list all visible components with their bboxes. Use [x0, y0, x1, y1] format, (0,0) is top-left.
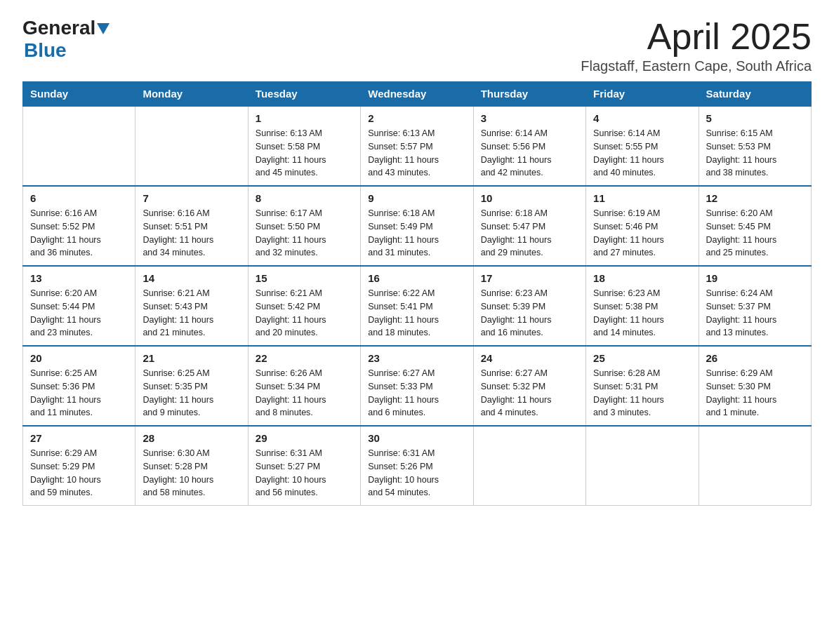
calendar-cell: [473, 426, 585, 506]
day-number: 9: [368, 192, 465, 204]
day-info: Sunrise: 6:25 AM Sunset: 5:36 PM Dayligh…: [30, 367, 128, 420]
day-info: Sunrise: 6:29 AM Sunset: 5:29 PM Dayligh…: [30, 447, 128, 499]
calendar-cell: 4Sunrise: 6:14 AM Sunset: 5:55 PM Daylig…: [586, 106, 699, 186]
calendar-cell: 13Sunrise: 6:20 AM Sunset: 5:44 PM Dayli…: [23, 266, 135, 346]
day-info: Sunrise: 6:18 AM Sunset: 5:49 PM Dayligh…: [368, 207, 465, 260]
day-info: Sunrise: 6:29 AM Sunset: 5:30 PM Dayligh…: [706, 367, 804, 420]
day-info: Sunrise: 6:15 AM Sunset: 5:53 PM Dayligh…: [706, 127, 804, 180]
header: General Blue April 2025 Flagstaff, Easte…: [22, 17, 812, 74]
logo: General Blue: [22, 17, 110, 62]
day-info: Sunrise: 6:20 AM Sunset: 5:44 PM Dayligh…: [30, 287, 128, 340]
day-number: 19: [706, 272, 804, 284]
day-info: Sunrise: 6:23 AM Sunset: 5:39 PM Dayligh…: [481, 287, 578, 340]
day-number: 10: [481, 192, 578, 204]
day-info: Sunrise: 6:24 AM Sunset: 5:37 PM Dayligh…: [706, 287, 804, 340]
col-friday: Friday: [586, 82, 699, 107]
day-info: Sunrise: 6:25 AM Sunset: 5:35 PM Dayligh…: [143, 367, 240, 420]
calendar-cell: 1Sunrise: 6:13 AM Sunset: 5:58 PM Daylig…: [248, 106, 360, 186]
day-info: Sunrise: 6:13 AM Sunset: 5:58 PM Dayligh…: [256, 127, 353, 180]
day-number: 29: [256, 432, 353, 444]
day-info: Sunrise: 6:16 AM Sunset: 5:51 PM Dayligh…: [143, 207, 240, 260]
day-number: 25: [593, 352, 691, 364]
calendar-cell: [699, 426, 811, 506]
calendar-cell: 18Sunrise: 6:23 AM Sunset: 5:38 PM Dayli…: [586, 266, 699, 346]
col-wednesday: Wednesday: [361, 82, 473, 107]
day-number: 4: [593, 112, 691, 124]
day-info: Sunrise: 6:20 AM Sunset: 5:45 PM Dayligh…: [706, 207, 804, 260]
calendar-cell: 20Sunrise: 6:25 AM Sunset: 5:36 PM Dayli…: [23, 346, 135, 426]
calendar-cell: 28Sunrise: 6:30 AM Sunset: 5:28 PM Dayli…: [135, 426, 248, 506]
calendar-cell: 7Sunrise: 6:16 AM Sunset: 5:51 PM Daylig…: [135, 186, 248, 266]
calendar-week-row: 1Sunrise: 6:13 AM Sunset: 5:58 PM Daylig…: [23, 106, 812, 186]
day-number: 15: [256, 272, 353, 284]
calendar-week-row: 27Sunrise: 6:29 AM Sunset: 5:29 PM Dayli…: [23, 426, 812, 506]
calendar-cell: 22Sunrise: 6:26 AM Sunset: 5:34 PM Dayli…: [248, 346, 360, 426]
day-number: 7: [143, 192, 240, 204]
calendar-header-row: Sunday Monday Tuesday Wednesday Thursday…: [23, 82, 812, 107]
day-number: 30: [368, 432, 465, 444]
day-number: 18: [593, 272, 691, 284]
title-block: April 2025 Flagstaff, Eastern Cape, Sout…: [581, 17, 812, 74]
day-number: 13: [30, 272, 128, 284]
day-number: 2: [368, 112, 465, 124]
calendar-cell: 5Sunrise: 6:15 AM Sunset: 5:53 PM Daylig…: [699, 106, 811, 186]
day-number: 3: [481, 112, 578, 124]
day-info: Sunrise: 6:26 AM Sunset: 5:34 PM Dayligh…: [256, 367, 353, 420]
calendar-cell: 9Sunrise: 6:18 AM Sunset: 5:49 PM Daylig…: [361, 186, 473, 266]
day-number: 24: [481, 352, 578, 364]
day-info: Sunrise: 6:22 AM Sunset: 5:41 PM Dayligh…: [368, 287, 465, 340]
day-number: 21: [143, 352, 240, 364]
logo-general-text: General: [22, 17, 95, 39]
day-info: Sunrise: 6:30 AM Sunset: 5:28 PM Dayligh…: [143, 447, 240, 499]
calendar-cell: 25Sunrise: 6:28 AM Sunset: 5:31 PM Dayli…: [586, 346, 699, 426]
day-info: Sunrise: 6:31 AM Sunset: 5:27 PM Dayligh…: [256, 447, 353, 499]
calendar-cell: 3Sunrise: 6:14 AM Sunset: 5:56 PM Daylig…: [473, 106, 585, 186]
logo-triangle-icon: [97, 23, 110, 36]
calendar-cell: 27Sunrise: 6:29 AM Sunset: 5:29 PM Dayli…: [23, 426, 135, 506]
col-saturday: Saturday: [699, 82, 811, 107]
day-number: 11: [593, 192, 691, 204]
calendar-cell: 11Sunrise: 6:19 AM Sunset: 5:46 PM Dayli…: [586, 186, 699, 266]
day-number: 1: [256, 112, 353, 124]
calendar-cell: 16Sunrise: 6:22 AM Sunset: 5:41 PM Dayli…: [361, 266, 473, 346]
col-monday: Monday: [135, 82, 248, 107]
calendar-cell: 23Sunrise: 6:27 AM Sunset: 5:33 PM Dayli…: [361, 346, 473, 426]
day-info: Sunrise: 6:21 AM Sunset: 5:42 PM Dayligh…: [256, 287, 353, 340]
day-info: Sunrise: 6:16 AM Sunset: 5:52 PM Dayligh…: [30, 207, 128, 260]
calendar-cell: 24Sunrise: 6:27 AM Sunset: 5:32 PM Dayli…: [473, 346, 585, 426]
day-info: Sunrise: 6:13 AM Sunset: 5:57 PM Dayligh…: [368, 127, 465, 180]
calendar-cell: 12Sunrise: 6:20 AM Sunset: 5:45 PM Dayli…: [699, 186, 811, 266]
day-number: 20: [30, 352, 128, 364]
day-number: 14: [143, 272, 240, 284]
calendar-cell: 10Sunrise: 6:18 AM Sunset: 5:47 PM Dayli…: [473, 186, 585, 266]
day-info: Sunrise: 6:19 AM Sunset: 5:46 PM Dayligh…: [593, 207, 691, 260]
day-number: 22: [256, 352, 353, 364]
calendar-cell: 6Sunrise: 6:16 AM Sunset: 5:52 PM Daylig…: [23, 186, 135, 266]
col-tuesday: Tuesday: [248, 82, 360, 107]
calendar-cell: 21Sunrise: 6:25 AM Sunset: 5:35 PM Dayli…: [135, 346, 248, 426]
day-number: 8: [256, 192, 353, 204]
calendar-title: April 2025: [581, 17, 812, 57]
calendar-week-row: 13Sunrise: 6:20 AM Sunset: 5:44 PM Dayli…: [23, 266, 812, 346]
day-number: 6: [30, 192, 128, 204]
calendar-cell: [586, 426, 699, 506]
day-info: Sunrise: 6:14 AM Sunset: 5:56 PM Dayligh…: [481, 127, 578, 180]
day-info: Sunrise: 6:27 AM Sunset: 5:33 PM Dayligh…: [368, 367, 465, 420]
calendar-week-row: 20Sunrise: 6:25 AM Sunset: 5:36 PM Dayli…: [23, 346, 812, 426]
day-info: Sunrise: 6:18 AM Sunset: 5:47 PM Dayligh…: [481, 207, 578, 260]
day-number: 16: [368, 272, 465, 284]
day-info: Sunrise: 6:28 AM Sunset: 5:31 PM Dayligh…: [593, 367, 691, 420]
logo-blue-text: Blue: [24, 39, 67, 62]
day-number: 5: [706, 112, 804, 124]
svg-marker-0: [97, 23, 110, 34]
day-number: 12: [706, 192, 804, 204]
calendar-cell: 8Sunrise: 6:17 AM Sunset: 5:50 PM Daylig…: [248, 186, 360, 266]
day-number: 27: [30, 432, 128, 444]
calendar-cell: 17Sunrise: 6:23 AM Sunset: 5:39 PM Dayli…: [473, 266, 585, 346]
calendar-cell: 14Sunrise: 6:21 AM Sunset: 5:43 PM Dayli…: [135, 266, 248, 346]
calendar-week-row: 6Sunrise: 6:16 AM Sunset: 5:52 PM Daylig…: [23, 186, 812, 266]
calendar-cell: 15Sunrise: 6:21 AM Sunset: 5:42 PM Dayli…: [248, 266, 360, 346]
col-sunday: Sunday: [23, 82, 135, 107]
day-info: Sunrise: 6:21 AM Sunset: 5:43 PM Dayligh…: [143, 287, 240, 340]
calendar-table: Sunday Monday Tuesday Wednesday Thursday…: [22, 81, 812, 506]
